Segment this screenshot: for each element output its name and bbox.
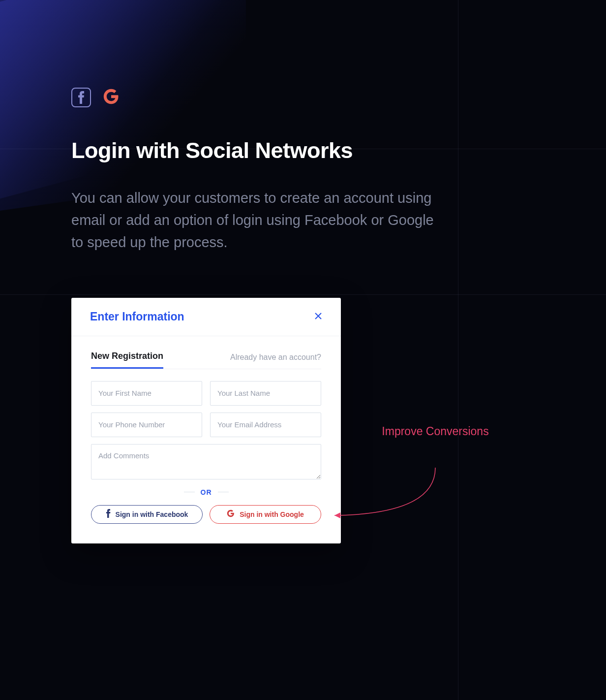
page-description: You can allow your customers to create a… xyxy=(71,187,445,254)
facebook-icon xyxy=(106,509,111,519)
email-input[interactable] xyxy=(210,413,321,437)
callout-label: Improve Conversions xyxy=(362,423,509,440)
last-name-input[interactable] xyxy=(210,381,321,406)
modal-title: Enter Information xyxy=(90,310,184,323)
first-name-input[interactable] xyxy=(91,381,202,406)
page-title: Login with Social Networks xyxy=(71,138,606,163)
divider xyxy=(184,492,195,492)
facebook-signin-button[interactable]: Sign in with Facebook xyxy=(91,505,203,524)
registration-modal: Enter Information New Registration Alrea… xyxy=(71,298,341,543)
google-signin-button[interactable]: Sign in with Google xyxy=(210,505,321,524)
callout-arrow xyxy=(325,465,453,524)
or-separator-label: OR xyxy=(201,488,212,496)
facebook-icon xyxy=(71,88,91,107)
google-signin-label: Sign in with Google xyxy=(240,510,304,518)
close-icon[interactable] xyxy=(314,311,322,322)
tab-new-registration[interactable]: New Registration xyxy=(91,351,163,369)
google-icon xyxy=(227,509,235,519)
comments-input[interactable] xyxy=(91,444,321,479)
facebook-signin-label: Sign in with Facebook xyxy=(116,510,188,518)
divider xyxy=(218,492,229,492)
google-icon xyxy=(103,88,120,107)
phone-input[interactable] xyxy=(91,413,202,437)
tab-existing-account[interactable]: Already have an account? xyxy=(230,353,321,369)
